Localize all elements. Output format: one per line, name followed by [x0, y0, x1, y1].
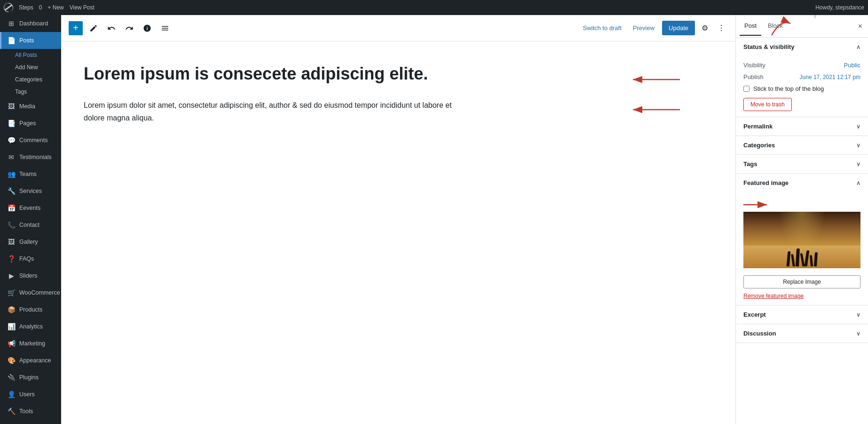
tags-header[interactable]: Tags ∨ [736, 155, 868, 173]
permalink-title: Permalink [743, 123, 773, 130]
permalink-header[interactable]: Permalink ∨ [736, 117, 868, 136]
featured-image-thumbnail[interactable] [743, 212, 860, 268]
discussion-title: Discussion [743, 330, 776, 337]
posts-icon: 📄 [7, 37, 16, 44]
redo-button[interactable] [122, 21, 136, 35]
tab-block[interactable]: Block [763, 16, 788, 36]
sidebar-label-products: Products [19, 306, 42, 313]
sidebar-subitem-tags[interactable]: Tags [0, 86, 61, 98]
remove-featured-image-link[interactable]: Remove featured image [743, 293, 804, 299]
sidebar-label-dashboard: Dashboard [19, 20, 48, 27]
sidebar-subitem-add-new[interactable]: Add New [0, 61, 61, 73]
adminbar-user: Howdy, stepsdance [815, 4, 864, 11]
permalink-section: Permalink ∨ [736, 117, 868, 136]
visibility-value[interactable]: Public [844, 62, 860, 69]
sidebar-item-users[interactable]: 👤 Users [0, 386, 61, 403]
discussion-chevron: ∨ [856, 330, 860, 337]
sidebar-item-sliders[interactable]: ▶ Sliders [0, 267, 61, 284]
sidebar-label-tools: Tools [19, 408, 33, 415]
sidebar-label-comments: Comments [19, 137, 47, 144]
undo-button[interactable] [104, 21, 118, 35]
sidebar-item-appearance[interactable]: 🎨 Appearance [0, 352, 61, 369]
tags-title: Tags [743, 160, 757, 168]
preview-button[interactable]: Preview [629, 23, 658, 33]
switch-to-draft-button[interactable]: Switch to draft [579, 23, 625, 33]
featured-image-header[interactable]: Featured image ∧ [736, 174, 868, 192]
featured-image-section: Featured image ∧ [736, 174, 868, 305]
more-options-button[interactable]: ⋮ [715, 21, 728, 35]
block-list-button[interactable] [158, 21, 172, 35]
sidebar-item-faqs[interactable]: ❓ FAQs [0, 250, 61, 267]
sidebar-item-posts[interactable]: 📄 Posts [0, 32, 61, 49]
visibility-label: Visibility [743, 62, 765, 69]
undo-icon [107, 24, 116, 32]
sidebar-item-services[interactable]: 🔧 Services [0, 183, 61, 200]
redo-icon [125, 24, 134, 32]
info-icon [143, 24, 151, 32]
editor-content[interactable]: Lorem ipsum is consecete adipiscing elit… [61, 41, 735, 424]
settings-button[interactable]: ⚙ [699, 21, 711, 35]
sidebar-item-contact[interactable]: 📞 Contact [0, 216, 61, 233]
sidebar-item-teams[interactable]: 👥 Teams [0, 166, 61, 183]
categories-section: Categories ∨ [736, 136, 868, 155]
update-button[interactable]: Update [662, 21, 695, 35]
excerpt-section: Excerpt ∨ [736, 305, 868, 324]
sidebar-item-plugins[interactable]: 🔌 Plugins [0, 369, 61, 386]
adminbar-comments[interactable]: 0 [39, 4, 42, 11]
stick-top-row: Stick to the top of the blog [743, 85, 860, 92]
edit-pencil-button[interactable] [87, 21, 101, 35]
woocommerce-icon: 🛒 [7, 289, 16, 296]
adminbar-new[interactable]: + New [47, 4, 63, 11]
arrow-to-body [628, 103, 685, 117]
categories-header[interactable]: Categories ∨ [736, 136, 868, 154]
sidebar-item-eevents[interactable]: 📅 Eevents [0, 200, 61, 216]
comments-icon: 💬 [7, 136, 16, 144]
sidebar-label-contact: Contact [19, 222, 39, 228]
status-visibility-header[interactable]: Status & visibility ∧ [736, 38, 868, 56]
status-visibility-section: Status & visibility ∧ Visibility Public … [736, 38, 868, 117]
sidebar-subitem-categories[interactable]: Categories [0, 73, 61, 86]
publish-value[interactable]: June 17, 2021 12:17 pm [800, 74, 860, 80]
move-to-trash-button[interactable]: Move to trash [743, 98, 792, 111]
wp-logo-icon [4, 3, 13, 12]
contact-icon: 📞 [7, 221, 16, 229]
post-title[interactable]: Lorem ipsum is consecete adipiscing elit… [84, 64, 713, 84]
sidebar-subitem-all-posts[interactable]: All Posts [0, 49, 61, 61]
sidebar-item-media[interactable]: 🖼 Media [0, 98, 61, 115]
sidebar-item-dashboard[interactable]: ⊞ Dashboard [0, 15, 61, 32]
sliders-icon: ▶ [7, 272, 16, 280]
admin-bar: Steps 0 + New View Post Howdy, stepsdanc… [0, 0, 868, 15]
sidebar-item-testimonials[interactable]: ✉ Testimonials [0, 149, 61, 166]
status-visibility-title: Status & visibility [743, 43, 794, 50]
add-block-button[interactable]: + [69, 21, 83, 35]
appearance-icon: 🎨 [7, 357, 16, 364]
excerpt-header[interactable]: Excerpt ∨ [736, 305, 868, 324]
panel-close-button[interactable]: × [856, 20, 864, 32]
sidebar-label-analytics: Analytics [19, 323, 43, 330]
stick-top-checkbox[interactable] [743, 86, 750, 92]
post-body[interactable]: Lorem ipsum dolor sit amet, consectetur … [84, 99, 460, 124]
sidebar-item-marketing[interactable]: 📢 Marketing [0, 335, 61, 352]
products-icon: 📦 [7, 306, 16, 313]
adminbar-site[interactable]: Steps [19, 4, 33, 11]
adminbar-view-post[interactable]: View Post [70, 4, 95, 11]
excerpt-chevron: ∨ [856, 312, 860, 318]
sidebar-label-sliders: Sliders [19, 272, 37, 279]
sidebar-item-gallery[interactable]: 🖼 Gallery [0, 233, 61, 250]
testimonials-icon: ✉ [7, 153, 16, 161]
sidebar-item-comments[interactable]: 💬 Comments [0, 132, 61, 149]
arrow-to-title [628, 72, 685, 87]
sidebar-label-gallery: Gallery [19, 239, 38, 245]
tab-post[interactable]: Post [740, 16, 761, 36]
discussion-header[interactable]: Discussion ∨ [736, 324, 868, 343]
sidebar-item-tools[interactable]: 🔨 Tools [0, 403, 61, 420]
sidebar-item-products[interactable]: 📦 Products [0, 301, 61, 318]
replace-image-button[interactable]: Replace Image [743, 275, 860, 288]
excerpt-title: Excerpt [743, 311, 766, 318]
sidebar-item-woocommerce[interactable]: 🛒 WooCommerce [0, 284, 61, 301]
tools-icon: 🔨 [7, 408, 16, 415]
info-button[interactable] [140, 21, 154, 35]
sidebar-item-analytics[interactable]: 📊 Analytics [0, 318, 61, 335]
categories-title: Categories [743, 142, 775, 149]
sidebar-item-pages[interactable]: 📑 Pages [0, 115, 61, 132]
